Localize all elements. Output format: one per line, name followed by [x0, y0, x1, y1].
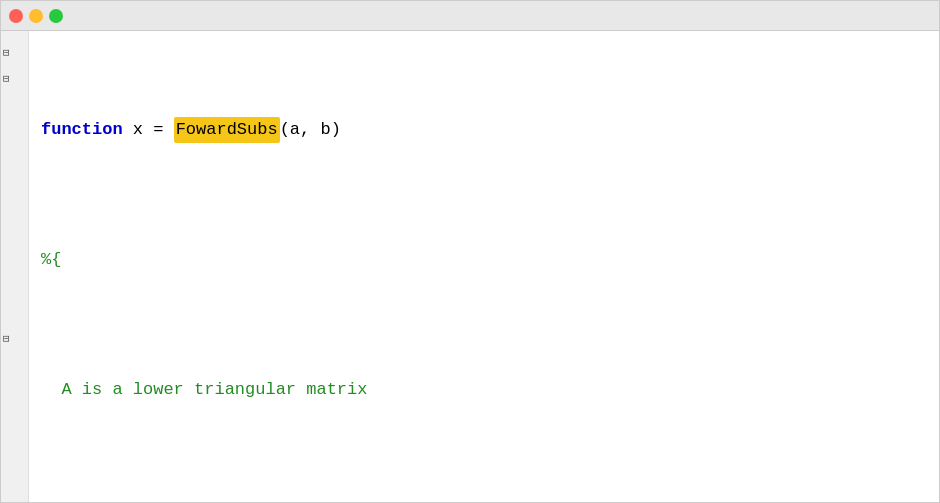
maximize-button[interactable]: [49, 9, 63, 23]
fold-12[interactable]: ⊟: [3, 332, 10, 345]
line-num-1: ⊟: [1, 39, 28, 65]
minimize-button[interactable]: [29, 9, 43, 23]
line-num-2: ⊟: [1, 65, 28, 91]
line-num-13: [1, 351, 28, 377]
comment-3: A is a lower triangular matrix: [41, 377, 367, 403]
code-content[interactable]: function x = FowardSubs(a, b) %{ A is a …: [29, 31, 939, 502]
code-line-2: %{: [41, 247, 927, 273]
code-line-3: A is a lower triangular matrix: [41, 377, 927, 403]
line-numbers: ⊟ ⊟ ⊟: [1, 31, 29, 502]
line-num-9: [1, 247, 28, 273]
code-line-1: function x = FowardSubs(a, b): [41, 117, 927, 143]
function-signature: x =: [123, 117, 174, 143]
line-num-6: [1, 169, 28, 195]
line-num-7: [1, 195, 28, 221]
line-num-10: [1, 273, 28, 299]
line-num-14: [1, 377, 28, 403]
line-num-3: [1, 91, 28, 117]
line-num-12: ⊟: [1, 325, 28, 351]
block-comment-open: %{: [41, 247, 61, 273]
function-name-highlight: FowardSubs: [174, 117, 280, 143]
editor-container: ⊟ ⊟ ⊟: [0, 0, 940, 503]
keyword-function: function: [41, 117, 123, 143]
toolbar: [1, 1, 939, 31]
close-button[interactable]: [9, 9, 23, 23]
fold-1[interactable]: ⊟: [3, 46, 10, 59]
line-num-5: [1, 143, 28, 169]
code-area: ⊟ ⊟ ⊟: [1, 31, 939, 502]
function-args: (a, b): [280, 117, 341, 143]
fold-2[interactable]: ⊟: [3, 72, 10, 85]
line-num-8: [1, 221, 28, 247]
line-num-11: [1, 299, 28, 325]
line-num-4: [1, 117, 28, 143]
